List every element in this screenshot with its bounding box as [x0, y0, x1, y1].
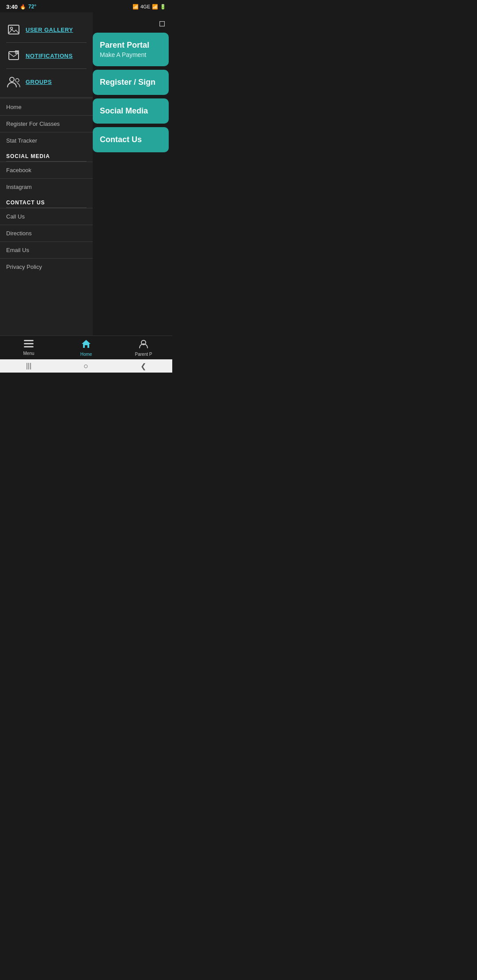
parent-portal-subtitle: Make A Payment — [100, 51, 162, 58]
sidebar-item-stat-tracker[interactable]: Stat Tracker — [0, 132, 93, 149]
parent-portal-title: Parent Portal — [100, 41, 162, 50]
social-media-header: SOCIAL MEDIA — [0, 149, 93, 161]
sidebar-item-register-classes[interactable]: Register For Classes — [0, 115, 93, 132]
sidebar: USER GALLERY ★ NOTIFICATIONS — [0, 12, 93, 335]
groups-label: GROUPS — [26, 79, 52, 85]
sidebar-item-groups[interactable]: GROUPS — [6, 70, 87, 94]
svg-text:★: ★ — [16, 51, 18, 54]
social-media-title: Social Media — [100, 106, 162, 116]
sidebar-item-facebook[interactable]: Facebook — [0, 162, 93, 178]
svg-rect-0 — [8, 25, 19, 34]
svg-point-1 — [11, 27, 13, 30]
status-right: 📶 4GE 📶 🔋 — [132, 4, 166, 10]
status-bar: 3:40 🔥 72° 📶 4GE 📶 🔋 — [0, 0, 172, 12]
parent-portal-card[interactable]: Parent Portal Make A Payment — [93, 33, 169, 66]
menu-label: Menu — [23, 351, 34, 356]
sidebar-item-email-us[interactable]: Email Us — [0, 241, 93, 258]
top-icon-area: ◇ — [93, 18, 169, 29]
register-sign-card[interactable]: Register / Sign — [93, 70, 169, 95]
gallery-icon — [6, 22, 21, 37]
home-label: Home — [80, 352, 92, 357]
home-button[interactable]: ○ — [83, 362, 88, 371]
contact-us-title: Contact Us — [100, 135, 162, 144]
parent-portal-nav-icon — [139, 339, 148, 351]
recent-apps-icon[interactable]: ||| — [26, 362, 31, 370]
sidebar-item-notifications[interactable]: ★ NOTIFICATIONS — [6, 44, 87, 68]
svg-point-6 — [15, 79, 19, 82]
home-icon — [81, 339, 91, 351]
bottom-nav: Menu Home Parent P — [0, 335, 172, 359]
sidebar-item-privacy-policy[interactable]: Privacy Policy — [0, 258, 93, 275]
status-temp: 72° — [28, 4, 36, 10]
svg-rect-9 — [24, 346, 34, 347]
status-time: 3:40 — [6, 4, 18, 10]
bottom-nav-menu[interactable]: Menu — [0, 337, 57, 358]
diamond-icon: ◇ — [155, 17, 169, 30]
bottom-nav-home[interactable]: Home — [57, 336, 115, 359]
battery-icon: 🔋 — [160, 4, 166, 10]
parent-portal-nav-label: Parent P — [135, 352, 152, 357]
status-left: 3:40 🔥 72° — [6, 4, 36, 10]
social-media-card[interactable]: Social Media — [93, 98, 169, 124]
user-gallery-label: USER GALLERY — [26, 26, 73, 33]
network-label: 4GE — [140, 4, 150, 9]
contact-us-card[interactable]: Contact Us — [93, 127, 169, 152]
sidebar-item-home[interactable]: Home — [0, 98, 93, 115]
back-button[interactable]: ❮ — [140, 362, 146, 370]
android-nav: ||| ○ ❮ — [0, 359, 172, 373]
menu-icon — [24, 340, 34, 350]
svg-rect-7 — [24, 340, 34, 341]
wifi-icon: 📶 — [132, 4, 139, 10]
groups-icon — [6, 74, 21, 89]
sidebar-item-call-us[interactable]: Call Us — [0, 208, 93, 225]
right-panel: ◇ Parent Portal Make A Payment Register … — [93, 12, 172, 335]
register-sign-title: Register / Sign — [100, 78, 162, 87]
notifications-icon: ★ — [6, 48, 21, 63]
sidebar-item-instagram[interactable]: Instagram — [0, 178, 93, 195]
sidebar-top: USER GALLERY ★ NOTIFICATIONS — [0, 12, 93, 96]
svg-point-5 — [10, 77, 14, 82]
contact-us-header: CONTACT US — [0, 195, 93, 207]
svg-marker-10 — [82, 340, 91, 348]
firefox-icon: 🔥 — [20, 4, 26, 10]
bottom-nav-parent-portal[interactable]: Parent P — [115, 336, 172, 359]
notifications-label: NOTIFICATIONS — [26, 53, 73, 59]
svg-rect-8 — [24, 343, 34, 344]
signal-icon: 📶 — [152, 4, 158, 10]
main-layout: USER GALLERY ★ NOTIFICATIONS — [0, 12, 172, 335]
sidebar-item-directions[interactable]: Directions — [0, 225, 93, 241]
sidebar-item-user-gallery[interactable]: USER GALLERY — [6, 18, 87, 41]
